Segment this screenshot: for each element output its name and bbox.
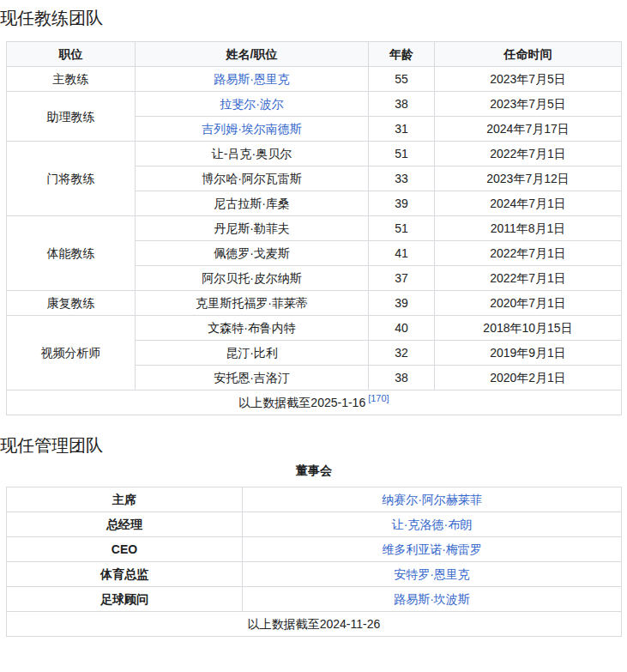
coach-appointment-date-cell: 2024年7月17日 [435, 117, 622, 142]
coach-age-cell: 51 [369, 142, 435, 166]
coach-data-cutoff-note: 以上数据截至2025-1-16[170] [7, 390, 622, 415]
coach-age-cell: 32 [369, 341, 435, 366]
coach-appointment-date-cell: 2023年7月12日 [435, 166, 622, 191]
coach-age-cell: 39 [369, 191, 435, 216]
board-name-cell: 路易斯·坎波斯 [243, 587, 622, 612]
coach-table-row: 门将教练让-吕克·奥贝尔512022年7月1日 [7, 142, 622, 166]
board-table-row: 足球顾问路易斯·坎波斯 [7, 587, 622, 612]
coach-appointment-date-cell: 2022年7月1日 [435, 266, 622, 291]
coach-position-cell: 视频分析师 [7, 316, 136, 390]
board-data-cutoff-note: 以上数据截至2024-11-26 [7, 612, 622, 637]
coaching-staff-table: 职位 姓名/职位 年龄 任命时间 主教练路易斯·恩里克552023年7月5日助理… [6, 41, 622, 415]
coach-appointment-date-cell: 2019年9月1日 [435, 341, 622, 366]
column-header-age: 年龄 [369, 42, 435, 67]
board-position-cell: CEO [7, 537, 243, 562]
board-name-cell: 让·克洛德·布朗 [243, 512, 622, 537]
coach-position-cell: 门将教练 [7, 142, 136, 216]
board-of-directors-table: 董事会 主席纳赛尔·阿尔赫莱菲总经理让·克洛德·布朗CEO维多利亚诺·梅雷罗体育… [6, 463, 622, 637]
column-header-position: 职位 [7, 42, 136, 67]
coach-age-cell: 38 [369, 92, 435, 117]
coach-appointment-date-cell: 2020年7月1日 [435, 291, 622, 316]
coach-age-cell: 40 [369, 316, 435, 341]
coach-position-cell: 助理教练 [7, 92, 136, 142]
coach-table-footer-row: 以上数据截至2025-1-16[170] [7, 390, 622, 415]
board-member-link[interactable]: 安特罗·恩里克 [394, 567, 470, 581]
coach-name-cell: 克里斯托福罗·菲莱蒂 [136, 291, 369, 316]
coach-name-cell: 阿尔贝托·皮尔纳斯 [136, 266, 369, 291]
column-header-appointed: 任命时间 [435, 42, 622, 67]
board-cutoff-text: 以上数据截至2024-11-26 [248, 617, 381, 631]
board-name-cell: 纳赛尔·阿尔赫莱菲 [243, 487, 622, 512]
board-table-row: 体育总监安特罗·恩里克 [7, 562, 622, 587]
coach-appointment-date-cell: 2011年8月1日 [435, 216, 622, 241]
coaching-team-section-title: 现任教练团队 [0, 7, 627, 29]
management-team-section-title: 现任管理团队 [0, 434, 627, 457]
board-name-cell: 安特罗·恩里克 [243, 562, 622, 587]
board-position-cell: 总经理 [7, 512, 243, 537]
coach-appointment-date-cell: 2022年7月1日 [435, 241, 622, 266]
coach-appointment-date-cell: 2024年7月1日 [435, 191, 622, 216]
wiki-article-page: { "page": { "section1_title": "现任教练团队", … [0, 0, 627, 672]
coach-name-link[interactable]: 吉列姆·埃尔南德斯 [202, 122, 302, 136]
board-member-link[interactable]: 路易斯·坎波斯 [394, 592, 470, 606]
coach-name-cell: 博尔哈·阿尔瓦雷斯 [136, 166, 369, 191]
coach-name-cell: 尼古拉斯·库桑 [136, 191, 369, 216]
board-table-footer-row: 以上数据截至2024-11-26 [7, 612, 622, 637]
board-table-row: 主席纳赛尔·阿尔赫莱菲 [7, 487, 622, 512]
board-member-link[interactable]: 让·克洛德·布朗 [392, 518, 472, 531]
coach-appointment-date-cell: 2023年7月5日 [435, 67, 622, 92]
coach-appointment-date-cell: 2023年7月5日 [435, 92, 622, 117]
coach-table-row: 主教练路易斯·恩里克552023年7月5日 [7, 67, 622, 92]
column-header-name: 姓名/职位 [136, 42, 369, 67]
coach-age-cell: 39 [369, 291, 435, 316]
coach-name-cell: 拉斐尔·波尔 [136, 92, 369, 117]
coach-table-header-row: 职位 姓名/职位 年龄 任命时间 [7, 42, 622, 67]
board-table-caption: 董事会 [6, 463, 622, 487]
coach-age-cell: 38 [369, 366, 435, 390]
coach-age-cell: 41 [369, 241, 435, 266]
board-position-cell: 体育总监 [7, 562, 243, 587]
coach-name-cell: 文森特·布鲁内特 [136, 316, 369, 341]
coach-position-cell: 主教练 [7, 67, 136, 92]
coach-name-link[interactable]: 拉斐尔·波尔 [220, 97, 284, 111]
coach-name-cell: 丹尼斯·勒菲夫 [136, 216, 369, 241]
board-position-cell: 主席 [7, 487, 243, 512]
coach-age-cell: 51 [369, 216, 435, 241]
coach-table-row: 体能教练丹尼斯·勒菲夫512011年8月1日 [7, 216, 622, 241]
coach-name-cell: 吉列姆·埃尔南德斯 [136, 117, 369, 142]
coach-name-cell: 让-吕克·奥贝尔 [136, 142, 369, 166]
board-name-cell: 维多利亚诺·梅雷罗 [243, 537, 622, 562]
coach-name-cell: 佩德罗·戈麦斯 [136, 241, 369, 266]
coach-name-cell: 路易斯·恩里克 [136, 67, 369, 92]
coach-cutoff-text: 以上数据截至2025-1-16 [238, 396, 365, 409]
board-position-cell: 足球顾问 [7, 587, 243, 612]
coach-appointment-date-cell: 2018年10月15日 [435, 316, 622, 341]
coach-position-cell: 体能教练 [7, 216, 136, 291]
coach-appointment-date-cell: 2020年2月1日 [435, 366, 622, 390]
coach-age-cell: 55 [369, 67, 435, 92]
coach-age-cell: 37 [369, 266, 435, 291]
coach-appointment-date-cell: 2022年7月1日 [435, 142, 622, 166]
coach-table-row: 助理教练拉斐尔·波尔382023年7月5日 [7, 92, 622, 117]
board-member-link[interactable]: 维多利亚诺·梅雷罗 [382, 542, 482, 556]
board-member-link[interactable]: 纳赛尔·阿尔赫莱菲 [382, 493, 482, 506]
reference-170-link[interactable]: [170] [368, 393, 389, 403]
coach-name-cell: 昆汀·比利 [136, 341, 369, 366]
board-table-row: 总经理让·克洛德·布朗 [7, 512, 622, 537]
coach-age-cell: 31 [369, 117, 435, 142]
coach-position-cell: 康复教练 [7, 291, 136, 316]
coach-table-row: 视频分析师文森特·布鲁内特402018年10月15日 [7, 316, 622, 341]
board-table-row: CEO维多利亚诺·梅雷罗 [7, 537, 622, 562]
coach-age-cell: 33 [369, 166, 435, 191]
coach-name-link[interactable]: 路易斯·恩里克 [214, 72, 290, 86]
coach-table-row: 康复教练克里斯托福罗·菲莱蒂392020年7月1日 [7, 291, 622, 316]
coach-name-cell: 安托恩·吉洛汀 [136, 366, 369, 390]
